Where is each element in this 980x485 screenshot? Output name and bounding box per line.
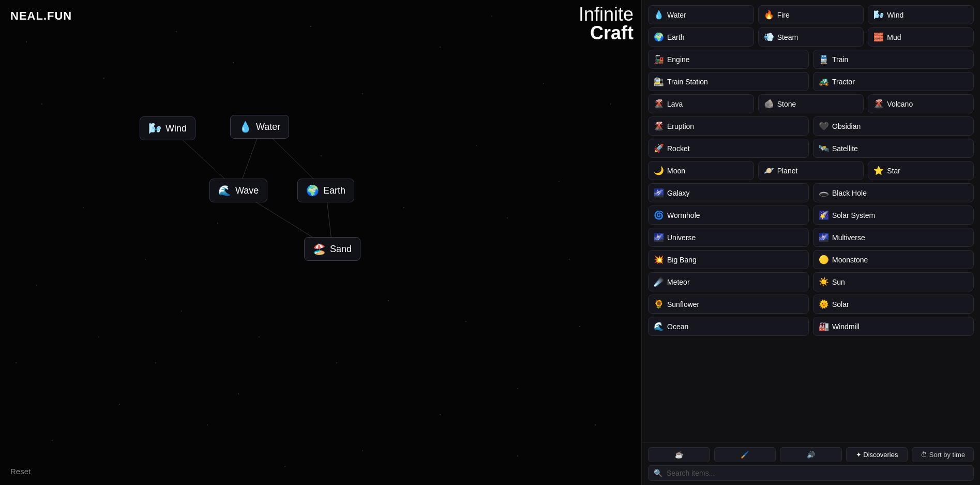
sidebar-item-emoji: 🛰️	[819, 143, 829, 153]
sidebar-item-steam[interactable]: 💨Steam	[758, 27, 864, 47]
sidebar-item-emoji: 🏭	[819, 321, 829, 331]
star	[52, 440, 53, 441]
sidebar-item-water[interactable]: 💧Water	[648, 5, 754, 24]
sidebar-item-label: Fire	[777, 11, 790, 19]
sidebar-item-stone[interactable]: 🪨Stone	[758, 94, 864, 113]
search-input[interactable]	[667, 469, 968, 477]
sidebar-item-moonstone[interactable]: 🟡Moonstone	[813, 250, 974, 269]
sidebar-item-volcano[interactable]: 🌋Volcano	[868, 94, 974, 113]
sidebar-row-6: 🚀Rocket🛰️Satellite	[648, 139, 974, 158]
star	[440, 47, 441, 48]
sidebar-item-label: Universe	[667, 233, 696, 242]
sidebar-item-emoji: 🌋	[873, 99, 884, 109]
sidebar-item-train-station[interactable]: 🚉Train Station	[648, 72, 809, 91]
element-emoji: 🌍	[306, 184, 319, 197]
sidebar-item-train[interactable]: 🚆Train	[813, 50, 974, 69]
sidebar-item-emoji: 💨	[764, 32, 774, 42]
sidebar-item-label: Galaxy	[667, 189, 690, 197]
sidebar-item-black-hole[interactable]: 🕳️Black Hole	[813, 183, 974, 202]
star	[284, 466, 285, 467]
sidebar-bottom-bar: ☕ 🖌️ 🔊 ✦ Discoveries ⏱ Sort by time 🔍	[642, 443, 980, 485]
sidebar-item-moon[interactable]: 🌙Moon	[648, 161, 754, 180]
sidebar-row-13: 🌻Sunflower🌞Solar	[648, 295, 974, 314]
sidebar-item-galaxy[interactable]: 🌌Galaxy	[648, 183, 809, 202]
sidebar-item-engine[interactable]: 🚂Engine	[648, 50, 809, 69]
sidebar-item-emoji: 🧱	[873, 32, 884, 42]
sidebar-item-emoji: 🌠	[819, 210, 829, 220]
star	[103, 78, 104, 79]
sidebar-item-label: Mud	[887, 33, 901, 41]
canvas-element-earth[interactable]: 🌍Earth	[297, 179, 354, 202]
sidebar-item-eruption[interactable]: 🌋Eruption	[648, 116, 809, 136]
star	[145, 259, 146, 260]
sort-button[interactable]: ⏱ Sort by time	[912, 447, 974, 462]
title-line2: Craft	[579, 24, 634, 42]
sidebar-item-obsidian[interactable]: 🖤Obsidian	[813, 116, 974, 136]
element-emoji: 🌊	[218, 184, 231, 197]
sidebar-item-emoji: ⭐	[873, 166, 884, 175]
sidebar-item-emoji: 🌀	[654, 210, 664, 220]
star	[181, 311, 182, 312]
star	[517, 455, 518, 457]
sidebar-row-5: 🌋Eruption🖤Obsidian	[648, 116, 974, 136]
star	[362, 93, 363, 94]
star	[155, 362, 156, 363]
sidebar-item-label: Train	[832, 55, 848, 64]
star	[310, 26, 311, 27]
sidebar-item-mud[interactable]: 🧱Mud	[868, 27, 974, 47]
star	[207, 424, 208, 425]
sidebar-item-label: Stone	[777, 100, 796, 108]
sidebar-item-fire[interactable]: 🔥Fire	[758, 5, 864, 24]
sidebar-item-emoji: ☄️	[654, 277, 664, 287]
star	[465, 321, 466, 322]
sidebar-item-label: Lava	[667, 100, 683, 108]
sidebar-item-tractor[interactable]: 🚜Tractor	[813, 72, 974, 91]
sidebar-item-sunflower[interactable]: 🌻Sunflower	[648, 295, 809, 314]
sidebar-item-sun[interactable]: ☀️Sun	[813, 272, 974, 291]
sidebar-item-lava[interactable]: 🌋Lava	[648, 94, 754, 113]
reset-button[interactable]: Reset	[10, 467, 31, 476]
star	[336, 362, 337, 363]
sidebar-item-universe[interactable]: 🌌Universe	[648, 228, 809, 247]
sidebar-item-meteor[interactable]: ☄️Meteor	[648, 272, 809, 291]
canvas-element-wave[interactable]: 🌊Wave	[209, 179, 267, 202]
sidebar-item-solar[interactable]: 🌞Solar	[813, 295, 974, 314]
search-row[interactable]: 🔍	[648, 465, 974, 481]
search-icon: 🔍	[654, 469, 662, 477]
sidebar-item-rocket[interactable]: 🚀Rocket	[648, 139, 809, 158]
sidebar-item-windmill[interactable]: 🏭Windmill	[813, 317, 974, 336]
sidebar-item-emoji: 🌊	[654, 321, 664, 331]
sidebar-row-10: 🌌Universe🌌Multiverse	[648, 228, 974, 247]
sidebar-item-star[interactable]: ⭐Star	[868, 161, 974, 180]
sidebar-row-11: 💥Big Bang🟡Moonstone	[648, 250, 974, 269]
star	[610, 104, 611, 105]
star	[83, 207, 84, 208]
sidebar-item-ocean[interactable]: 🌊Ocean	[648, 317, 809, 336]
sidebar-item-earth[interactable]: 🌍Earth	[648, 27, 754, 47]
sidebar-item-label: Solar System	[832, 211, 875, 219]
canvas-element-water[interactable]: 💧Water	[230, 115, 289, 139]
sidebar-item-planet[interactable]: 🪐Planet	[758, 161, 864, 180]
sidebar-item-label: Engine	[667, 55, 690, 64]
star	[403, 207, 404, 208]
sidebar-item-satellite[interactable]: 🛰️Satellite	[813, 139, 974, 158]
sidebar-item-big-bang[interactable]: 💥Big Bang	[648, 250, 809, 269]
sidebar-item-label: Moonstone	[832, 256, 868, 264]
sidebar-item-wormhole[interactable]: 🌀Wormhole	[648, 205, 809, 225]
craft-canvas[interactable]: 🌬️Wind💧Water🌊Wave🌍Earth🏖️Sand	[0, 0, 641, 485]
sidebar-item-wind[interactable]: 🌬️Wind	[868, 5, 974, 24]
element-emoji: 🌬️	[148, 122, 161, 135]
discoveries-button[interactable]: ✦ Discoveries	[846, 447, 908, 462]
star	[507, 217, 508, 218]
canvas-element-wind[interactable]: 🌬️Wind	[140, 116, 195, 140]
coffee-button[interactable]: ☕	[648, 447, 710, 462]
sidebar-item-label: Star	[887, 167, 900, 175]
sidebar-item-solar-system[interactable]: 🌠Solar System	[813, 205, 974, 225]
sidebar-item-multiverse[interactable]: 🌌Multiverse	[813, 228, 974, 247]
sound-button[interactable]: 🔊	[780, 447, 842, 462]
sidebar-item-label: Planet	[777, 167, 798, 175]
star	[321, 155, 322, 156]
brush-button[interactable]: 🖌️	[714, 447, 776, 462]
sidebar-item-emoji: 🖤	[819, 121, 829, 131]
canvas-element-sand[interactable]: 🏖️Sand	[304, 237, 360, 261]
